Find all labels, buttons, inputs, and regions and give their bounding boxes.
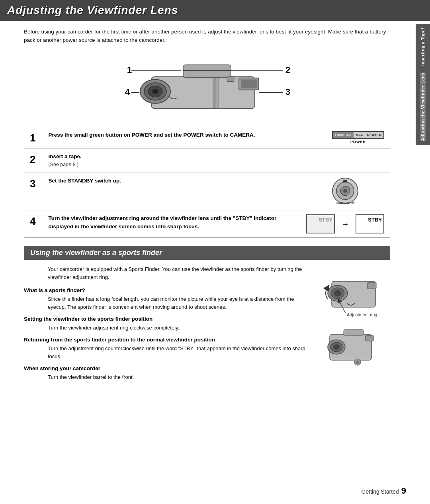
title-bar: Adjusting the Viewfinder Lens <box>0 0 430 21</box>
step-4-row: 4 Turn the viewfinder adjustment ring ar… <box>24 210 390 238</box>
lower-section: Your camcorder is equipped with a Sports… <box>24 265 390 386</box>
step-3-row: 3 Set the STANDBY switch up. START / STO… <box>24 173 390 210</box>
svg-point-4 <box>152 89 158 94</box>
sports-subsection-4-body: Turn the viewfinder barrel to the front. <box>24 373 311 381</box>
sports-subsection-4-title: When storing your camcorder <box>24 365 311 371</box>
svg-point-28 <box>334 290 341 296</box>
sports-subsection-1: What is a sports finder? Since this find… <box>24 287 311 311</box>
stby-box-before: STBY <box>306 214 335 233</box>
step-1-row: 1 Press the small green button on POWER … <box>24 127 390 148</box>
camera-diagram: 1 2 4 3 <box>92 52 322 120</box>
svg-point-39 <box>356 361 359 364</box>
side-tab-line1: Inserting a Tape/ <box>420 28 426 66</box>
adjustment-ring-svg: Adjustment ring <box>316 269 385 321</box>
start-stop-svg: START / STOP <box>331 177 359 205</box>
lower-text: Your camcorder is equipped with a Sports… <box>24 265 311 386</box>
sports-finder-content: Your camcorder is equipped with a Sports… <box>24 265 390 386</box>
sports-subsection-1-title: What is a sports finder? <box>24 287 311 293</box>
svg-rect-37 <box>344 329 364 335</box>
svg-rect-17 <box>213 78 216 108</box>
svg-rect-29 <box>367 282 376 289</box>
step-1-text: Press the small green button on POWER an… <box>43 127 301 148</box>
lower-images: Adjustment ring <box>311 265 390 386</box>
sports-subsection-3: Returning from the sports finder positio… <box>24 337 311 361</box>
sports-subsection-2: Setting the viewfinder to the sports fin… <box>24 316 311 332</box>
side-tab-divider <box>417 69 429 69</box>
step-1-num: 1 <box>30 132 37 144</box>
main-content: Before using your camcorder for the firs… <box>0 21 414 393</box>
svg-text:4: 4 <box>125 86 130 96</box>
svg-text:2: 2 <box>285 65 290 75</box>
svg-rect-8 <box>227 76 234 81</box>
camera-diagram-svg: 1 2 4 3 <box>108 54 307 118</box>
sports-subsection-3-title: Returning from the sports finder positio… <box>24 337 311 343</box>
step-2-row: 2 Insert a tape. (See page 8.) <box>24 148 390 173</box>
svg-text:Adjustment ring: Adjustment ring <box>347 312 377 317</box>
sports-subsection-1-body: Since this finder has a long focal lengt… <box>24 295 311 311</box>
step-2-text: Insert a tape. (See page 8.) <box>43 148 390 173</box>
svg-rect-18 <box>217 78 219 108</box>
footer-label: Getting Started <box>362 488 399 495</box>
sports-subsection-2-title: Setting the viewfinder to the sports fin… <box>24 316 311 322</box>
svg-text:1: 1 <box>127 65 132 75</box>
sports-subsection-3-body: Turn the adjustment ring counterclockwis… <box>24 345 311 361</box>
side-tab: Inserting a Tape/ Adjusting the Viewfind… <box>416 24 430 145</box>
step-3-num: 3 <box>30 178 37 190</box>
storing-svg <box>320 326 381 370</box>
storing-image-container <box>320 326 381 371</box>
side-tab-line2: Adjusting the Viewfinder Lens <box>420 73 426 141</box>
stby-demo: STBY → STBY <box>306 214 384 233</box>
step-2-num: 2 <box>30 153 37 165</box>
svg-rect-36 <box>366 335 373 341</box>
sports-finder-section-bar: Using the viewfinder as a sports finder <box>24 246 390 260</box>
steps-table: 1 Press the small green button on POWER … <box>24 127 390 238</box>
intro-text: Before using your camcorder for the firs… <box>24 28 390 45</box>
adjustment-ring-image-container: Adjustment ring <box>316 269 385 322</box>
svg-point-35 <box>333 344 340 350</box>
step-3-image: START / STOP <box>301 173 390 210</box>
svg-text:3: 3 <box>285 86 290 96</box>
stby-box-after: STBY <box>356 214 384 233</box>
page-title: Adjusting the Viewfinder Lens <box>7 4 423 17</box>
page-footer: Getting Started 9 <box>362 486 406 496</box>
svg-rect-23 <box>343 180 347 182</box>
page-number: 9 <box>401 486 406 496</box>
arrow-icon: → <box>341 220 349 229</box>
sports-subsection-2-body: Turn the viewfinder adjustment ring cloc… <box>24 324 311 332</box>
step-1-image: CAMERA OFF PLAYER POWER <box>301 127 390 148</box>
step-3-text: Set the STANDBY switch up. <box>43 173 301 210</box>
step-4-image: STBY → STBY <box>301 210 390 238</box>
sports-subsection-4: When storing your camcorder Turn the vie… <box>24 365 311 381</box>
svg-point-22 <box>343 189 347 193</box>
step-4-text: Turn the viewfinder adjustment ring arou… <box>43 210 301 238</box>
step-4-num: 4 <box>30 215 37 227</box>
sports-finder-title: Using the viewfinder as a sports finder <box>30 249 384 257</box>
sports-intro: Your camcorder is equipped with a Sports… <box>24 265 311 281</box>
svg-rect-7 <box>183 65 231 77</box>
svg-text:START / STOP: START / STOP <box>336 202 355 204</box>
svg-rect-6 <box>241 79 257 88</box>
